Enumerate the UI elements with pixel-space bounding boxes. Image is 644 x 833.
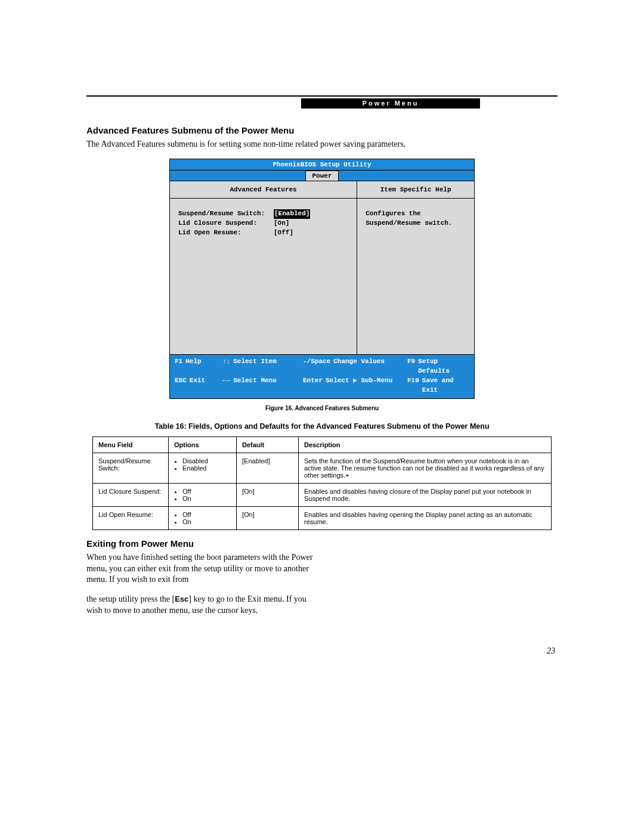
key-label: ←→ [222, 376, 230, 395]
table-row: Lid Closure Suspend: Off On [On] Enables… [93, 483, 552, 506]
exit-heading: Exiting from Power Menu [86, 538, 319, 549]
bios-row: Lid Open Resume: [Off] [178, 228, 348, 238]
help-line: Configures the [366, 209, 466, 219]
key-label: F9 [407, 357, 415, 376]
key-label: ↑↓ [222, 357, 230, 376]
bios-left-header: Advanced Features [170, 181, 357, 199]
option-item: Off [182, 511, 231, 518]
bios-right-pane: Item Specific Help Configures the Suspen… [357, 181, 474, 354]
cell-default: [Enabled] [237, 453, 299, 483]
page-number: 23 [86, 646, 558, 656]
cell-field: Lid Open Resume: [93, 506, 169, 529]
bios-footer-row: F1Help ↑↓Select Item -/SpaceChange Value… [175, 357, 469, 376]
bios-row: Suspend/Resume Switch: [Enabled] [178, 209, 348, 219]
bios-help-text: Configures the Suspend/Resume switch. [357, 199, 474, 354]
option-item: Off [182, 488, 231, 495]
bios-row-label: Suspend/Resume Switch: [178, 209, 274, 219]
bios-footer: F1Help ↑↓Select Item -/SpaceChange Value… [170, 354, 474, 398]
key-action: Change Values [333, 357, 385, 376]
key-label: F1 [175, 357, 182, 376]
cell-default: [On] [237, 483, 299, 506]
help-line: Suspend/Resume switch. [366, 219, 466, 228]
spec-table: Menu Field Options Default Description S… [92, 436, 552, 530]
section-paragraph: The Advanced Features submenu is for set… [86, 139, 558, 150]
key-label: ESC [175, 376, 187, 395]
key-action: Select Menu [233, 376, 277, 395]
section-header-bar: Power Menu [301, 98, 480, 109]
cell-options: Off On [169, 483, 237, 506]
bios-settings: Suspend/Resume Switch: [Enabled] Lid Clo… [170, 199, 357, 354]
cell-options: Disabled Enabled [169, 453, 237, 483]
bios-tabs: Power [170, 171, 474, 181]
option-item: On [182, 495, 231, 502]
key-label: Enter [303, 376, 323, 395]
key-action: Setup Defaults [418, 357, 469, 376]
th-description: Description [299, 436, 552, 453]
bios-main: Advanced Features Suspend/Resume Switch:… [170, 181, 474, 354]
cell-options: Off On [169, 506, 237, 529]
table-row: Lid Open Resume: Off On [On] Enables and… [93, 506, 552, 529]
bios-title: PhoenixBIOS Setup Utility [170, 159, 474, 171]
option-item: Enabled [182, 465, 231, 472]
bios-row-value: [On] [274, 219, 289, 228]
th-field: Menu Field [93, 436, 169, 453]
bios-footer-row: ESCExit ←→Select Menu EnterSelect ▶ Sub-… [175, 376, 469, 395]
key-action: Exit [190, 376, 205, 395]
exit-p2-a: the setup utility press the [ [86, 594, 175, 603]
key-action: Help [185, 357, 201, 376]
section-heading: Advanced Features Submenu of the Power M… [86, 125, 558, 135]
bios-row-value: [Enabled] [274, 209, 310, 219]
bios-right-header: Item Specific Help [357, 181, 474, 199]
option-item: Disabled [182, 457, 231, 465]
key-label: F10 [407, 376, 419, 395]
top-rule [86, 95, 558, 97]
cell-field: Suspend/Resume Switch: [93, 453, 169, 483]
table-header-row: Menu Field Options Default Description [93, 436, 552, 453]
exit-paragraph-1: When you have finished setting the boot … [86, 552, 319, 586]
key-action: Select Item [233, 357, 277, 376]
page: Power Menu Advanced Features Submenu of … [86, 95, 558, 656]
bios-row-label: Lid Closure Suspend: [178, 219, 274, 228]
esc-key-label: Esc [175, 594, 188, 603]
cell-description: Sets the function of the Suspend/Resume … [299, 453, 552, 483]
bios-row-value: [Off] [274, 228, 293, 238]
bios-screenshot: PhoenixBIOS Setup Utility Power Advanced… [169, 159, 475, 399]
table-row: Suspend/Resume Switch: Disabled Enabled … [93, 453, 552, 483]
option-item: On [182, 518, 231, 525]
exit-paragraph-2: the setup utility press the [Esc] key to… [86, 594, 319, 617]
key-action: Select ▶ Sub-Menu [326, 376, 392, 395]
cell-field: Lid Closure Suspend: [93, 483, 169, 506]
bios-row-label: Lid Open Resume: [178, 228, 274, 238]
exit-block: Exiting from Power Menu When you have fi… [86, 538, 319, 617]
th-options: Options [169, 436, 237, 453]
table-caption: Table 16: Fields, Options and Defaults f… [86, 422, 558, 431]
cell-default: [On] [237, 506, 299, 529]
cell-description: Enables and disables having closure of t… [299, 483, 552, 506]
bios-left-pane: Advanced Features Suspend/Resume Switch:… [170, 181, 357, 354]
bios-tab-power: Power [305, 171, 338, 181]
cell-description: Enables and disables having opening the … [299, 506, 552, 529]
figure-caption: Figure 16. Advanced Features Submenu [86, 405, 558, 411]
bios-row: Lid Closure Suspend: [On] [178, 219, 348, 228]
key-label: -/Space [303, 357, 330, 376]
th-default: Default [237, 436, 299, 453]
key-action: Save and Exit [422, 376, 469, 395]
